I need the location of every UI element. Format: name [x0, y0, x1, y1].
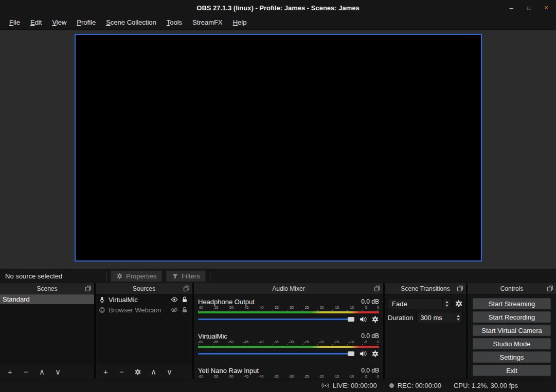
- transitions-dock-title: Scene Transitions: [401, 285, 450, 292]
- start-virtual-camera-button[interactable]: Start Virtual Camera: [473, 325, 551, 336]
- source-name: VirtualMic: [109, 296, 168, 304]
- properties-button[interactable]: Properties: [111, 270, 162, 282]
- menu-edit[interactable]: Edit: [25, 16, 47, 29]
- studio-mode-button[interactable]: Studio Mode: [473, 338, 551, 349]
- volume-meter: [198, 311, 379, 313]
- channel-name: VirtualMic: [198, 332, 227, 340]
- move-source-up-button[interactable]: ∧: [150, 368, 157, 376]
- menu-scene-collection[interactable]: Scene Collection: [101, 16, 162, 29]
- channel-level: 0.0 dB: [361, 298, 379, 305]
- volume-slider[interactable]: [198, 319, 354, 320]
- preview-canvas[interactable]: [75, 34, 482, 262]
- menu-view[interactable]: View: [47, 16, 71, 29]
- controls-dock-title: Controls: [500, 285, 524, 292]
- sources-dock-body: VirtualMic Browser Webcam + − ∧: [96, 294, 192, 379]
- chevron-up-icon[interactable]: [445, 301, 449, 303]
- channel-name: Headphone Output: [198, 298, 255, 306]
- record-dot-icon: [389, 383, 394, 388]
- maximize-button[interactable]: □: [524, 5, 533, 11]
- speaker-icon[interactable]: [359, 350, 367, 358]
- minimize-button[interactable]: –: [507, 4, 516, 12]
- volume-slider-handle[interactable]: [348, 351, 354, 356]
- duration-spinbox[interactable]: 300 ms: [416, 312, 463, 323]
- mixer-channel: VirtualMic 0.0 dB -60-55-50-45-40-35-30-…: [198, 332, 379, 358]
- live-status: LIVE: 00:00:00: [321, 382, 377, 389]
- microphone-icon: [99, 296, 105, 303]
- transitions-dock-header: Scene Transitions: [385, 283, 466, 294]
- source-item[interactable]: Browser Webcam: [96, 305, 192, 315]
- sources-dock-title: Sources: [133, 285, 155, 292]
- transition-settings-gear-icon[interactable]: [455, 300, 463, 308]
- menu-help[interactable]: Help: [228, 16, 252, 29]
- popout-dock-icon[interactable]: [374, 285, 381, 292]
- move-scene-up-button[interactable]: ∧: [38, 368, 46, 376]
- move-scene-down-button[interactable]: ∨: [54, 368, 62, 376]
- visibility-eye-icon[interactable]: [171, 296, 178, 303]
- volume-slider[interactable]: [198, 353, 354, 354]
- menu-file[interactable]: File: [4, 16, 25, 29]
- popout-dock-icon[interactable]: [183, 285, 190, 292]
- meter-scale: -60-55-50-45-40-35-30-25-20-15-10-50: [198, 340, 379, 344]
- mixer-channel: Headphone Output 0.0 dB -60-55-50-45-40-…: [198, 297, 379, 324]
- volume-meter: [198, 346, 379, 348]
- lock-icon[interactable]: [181, 296, 188, 303]
- filter-icon: [172, 273, 178, 279]
- channel-settings-gear-icon[interactable]: [371, 350, 379, 358]
- source-name: Browser Webcam: [109, 306, 168, 314]
- close-button[interactable]: ×: [542, 4, 551, 12]
- controls-dock-header: Controls: [468, 283, 556, 294]
- lock-icon[interactable]: [181, 306, 188, 313]
- source-context-toolbar: No source selected Properties Filters: [0, 269, 556, 283]
- window-title: OBS 27.1.3 (linux) - Profile: James - Sc…: [196, 4, 359, 12]
- scene-item[interactable]: Standard: [0, 294, 94, 304]
- menu-streamfx[interactable]: StreamFX: [187, 16, 228, 29]
- channel-level: 0.0 dB: [361, 332, 379, 340]
- add-source-button[interactable]: +: [102, 368, 110, 376]
- duration-label: Duration: [388, 314, 413, 322]
- chevron-up-icon[interactable]: [457, 315, 460, 317]
- combo-spinner[interactable]: [442, 298, 451, 309]
- rec-time: REC: 00:00:00: [398, 382, 441, 389]
- spinbox-arrows[interactable]: [454, 312, 462, 323]
- chevron-down-icon[interactable]: [445, 305, 449, 307]
- filters-button[interactable]: Filters: [166, 270, 205, 282]
- transition-select[interactable]: Fade: [388, 298, 452, 309]
- add-scene-button[interactable]: +: [6, 368, 14, 376]
- window-titlebar: OBS 27.1.3 (linux) - Profile: James - Sc…: [0, 0, 556, 15]
- visibility-eye-slash-icon[interactable]: [171, 306, 178, 313]
- scene-transitions-dock: Scene Transitions Fade Duration 300 ms: [385, 283, 466, 379]
- settings-button[interactable]: Settings: [473, 351, 551, 363]
- channel-name: Yeti Nano Raw Input: [198, 367, 259, 375]
- popout-dock-icon[interactable]: [547, 285, 553, 292]
- chevron-down-icon[interactable]: [457, 319, 460, 321]
- status-bar: LIVE: 00:00:00 REC: 00:00:00 CPU: 1.2%, …: [0, 379, 556, 392]
- scenes-dock-title: Scenes: [37, 285, 57, 292]
- remove-scene-button[interactable]: −: [22, 368, 30, 376]
- transition-selected-value: Fade: [388, 300, 442, 308]
- scenes-dock-body: Standard + − ∧ ∨: [0, 294, 94, 379]
- start-recording-button[interactable]: Start Recording: [473, 311, 551, 323]
- channel-level: 0.0 dB: [361, 367, 379, 374]
- menu-tools[interactable]: Tools: [162, 16, 187, 29]
- source-item[interactable]: VirtualMic: [96, 294, 192, 305]
- scene-list: Standard: [0, 294, 94, 364]
- speaker-icon[interactable]: [359, 315, 367, 323]
- move-source-down-button[interactable]: ∨: [166, 368, 173, 376]
- meter-tick-marks: [198, 310, 379, 311]
- volume-slider-handle[interactable]: [348, 317, 354, 322]
- controls-dock: Controls Start Streaming Start Recording…: [468, 283, 556, 379]
- meter-tick-marks: [198, 344, 379, 345]
- obs-window: OBS 27.1.3 (linux) - Profile: James - Sc…: [0, 0, 556, 392]
- sources-dock: Sources VirtualMic Browser Webcam: [96, 283, 192, 379]
- exit-button[interactable]: Exit: [473, 365, 551, 376]
- remove-source-button[interactable]: −: [118, 368, 125, 376]
- toolbar-separator: [210, 272, 210, 281]
- popout-dock-icon[interactable]: [85, 285, 92, 292]
- broadcast-icon: [321, 382, 329, 389]
- channel-settings-gear-icon[interactable]: [371, 315, 379, 323]
- start-streaming-button[interactable]: Start Streaming: [473, 298, 551, 309]
- menu-profile[interactable]: Profile: [71, 16, 101, 29]
- popout-dock-icon[interactable]: [457, 285, 463, 292]
- source-properties-gear-icon[interactable]: [134, 367, 141, 376]
- transitions-dock-body: Fade Duration 300 ms: [385, 294, 466, 327]
